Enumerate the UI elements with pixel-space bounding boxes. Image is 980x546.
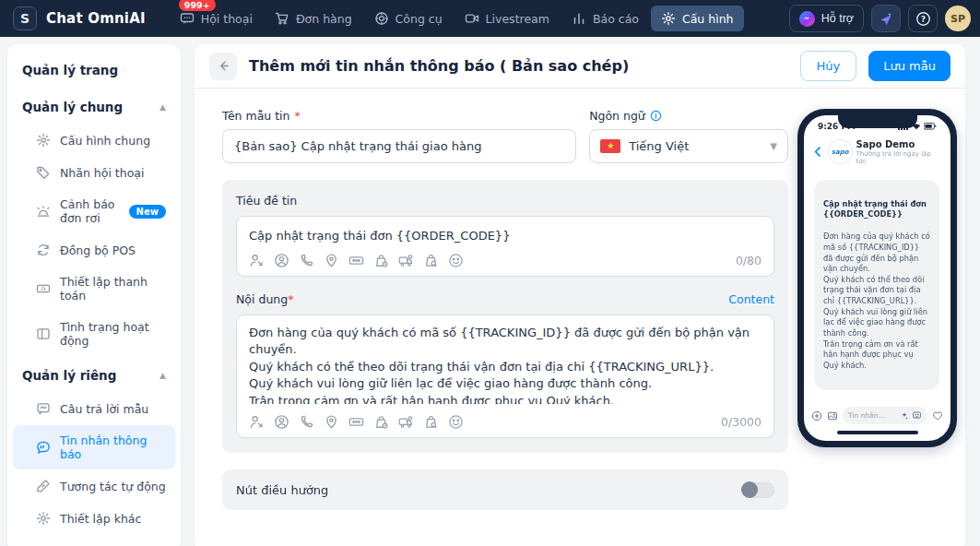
message-editor-panel: Tiêu đề tin 0/80: [222, 180, 788, 453]
tracking-icon[interactable]: [423, 414, 439, 430]
order-status-icon[interactable]: [373, 253, 389, 268]
help-button[interactable]: ?: [908, 5, 938, 32]
page-header: Thêm mới tin nhắn thông báo ( Bản sao ch…: [195, 44, 965, 89]
page-title: Thêm mới tin nhắn thông báo ( Bản sao ch…: [249, 57, 788, 75]
sidebar-item-label: Cấu hình chung: [60, 134, 150, 148]
template-form: Tên mẫu tin* Ngôn ngữ ★ Tiếng Việt ▼: [222, 109, 788, 510]
home-indicator: [837, 431, 918, 434]
emoji-icon[interactable]: [448, 253, 464, 268]
message-input[interactable]: Tin nhắn...: [843, 407, 927, 424]
new-badge: New: [129, 205, 166, 219]
nav-item-conversations[interactable]: 999+ Hội thoại: [170, 6, 263, 31]
sidebar-item-auto-interaction[interactable]: Tương tác tự động: [13, 470, 175, 502]
nav-item-orders[interactable]: Đơn hàng: [265, 6, 362, 31]
template-name-label: Tên mẫu tin*: [222, 109, 576, 123]
emoji-icon[interactable]: [448, 414, 464, 430]
sidebar-item-payment-settings[interactable]: Thiết lập thanh toán: [13, 267, 175, 311]
brand-name: Chat OmniAI: [46, 10, 146, 27]
video-camera-icon: [465, 11, 479, 26]
chevron-up-icon: ▲: [159, 102, 166, 112]
sidebar-item-label: Tương tác tự động: [60, 480, 166, 493]
sidebar-item-other-settings[interactable]: Thiết lập khác: [13, 503, 175, 534]
plus-circle-icon[interactable]: [811, 410, 822, 421]
shipping-icon[interactable]: [398, 414, 414, 430]
battery-icon: [924, 123, 937, 130]
location-icon[interactable]: [324, 253, 339, 268]
sidebar-group-general[interactable]: Quản lý chung ▲: [7, 89, 181, 124]
nav-item-livestream[interactable]: Livestream: [455, 6, 560, 31]
content-link[interactable]: Content: [728, 292, 774, 306]
sidebar-item-dropped-order-alert[interactable]: Cảnh báo đơn rơi New: [13, 189, 175, 233]
sidebar-item-page-management[interactable]: Quản lý trang: [7, 52, 181, 89]
chat-quote-icon: [36, 440, 51, 455]
language-select[interactable]: ★ Tiếng Việt ▼: [589, 129, 788, 163]
sidebar-item-label: Đồng bộ POS: [60, 243, 136, 257]
sidebar-item-pos-sync[interactable]: Đồng bộ POS: [13, 234, 175, 266]
support-button[interactable]: Hỗ trợ: [789, 5, 864, 32]
back-chevron-icon[interactable]: [812, 146, 824, 158]
image-icon[interactable]: [827, 410, 838, 421]
topbar: S Chat OmniAI 999+ Hội thoại Đơn hàng Cô…: [0, 0, 980, 37]
nav-item-reports[interactable]: Báo cáo: [561, 6, 649, 31]
navigation-button-toggle[interactable]: [742, 482, 774, 498]
share-contact-icon[interactable]: [249, 253, 265, 268]
sidebar-item-notification-messages[interactable]: Tin nhắn thông báo: [13, 425, 175, 469]
customer-icon[interactable]: [274, 253, 289, 268]
share-contact-icon[interactable]: [249, 414, 265, 430]
phone-preview: 9:26 PM sapo Sapo Demo Thường trả lời ng…: [797, 109, 957, 447]
magic-icon[interactable]: [900, 411, 909, 421]
title-section-label: Tiêu đề tin: [236, 194, 774, 208]
message-title-input[interactable]: [249, 227, 762, 246]
phone-icon[interactable]: [299, 253, 314, 268]
banknote-icon: [36, 281, 51, 296]
tag-icon: [36, 165, 51, 180]
nav-label: Công cụ: [396, 12, 443, 26]
tracking-icon[interactable]: [423, 253, 439, 268]
sapo-logo: sapo: [829, 140, 852, 163]
heart-icon[interactable]: [932, 410, 943, 421]
customer-icon[interactable]: [274, 414, 289, 430]
template-name-input[interactable]: [222, 129, 576, 163]
toggle-knob: [741, 481, 758, 498]
money-icon[interactable]: [348, 414, 364, 430]
back-button[interactable]: [209, 53, 237, 80]
app-logo-icon: S: [13, 6, 37, 30]
unread-count-badge: 999+: [179, 0, 216, 11]
location-icon[interactable]: [324, 414, 339, 430]
sidebar-item-general-config[interactable]: Cấu hình chung: [13, 125, 175, 156]
sidebar-item-label: Tin nhắn thông báo: [60, 433, 166, 461]
phone-input-bar: Tin nhắn...: [804, 402, 950, 427]
content-char-counter: 0/3000: [721, 415, 762, 429]
send-tag-icon: [36, 479, 51, 493]
sidebar-item-label: Nhãn hội thoại: [60, 166, 144, 180]
user-avatar[interactable]: SP: [945, 6, 971, 31]
assistant-button[interactable]: [871, 5, 901, 32]
info-icon: [650, 110, 662, 122]
required-asterisk: *: [295, 109, 301, 123]
sidebar-item-permissions[interactable]: Phân quyền: [7, 535, 181, 546]
phone-icon[interactable]: [299, 414, 314, 430]
sidebar-item-reply-templates[interactable]: Câu trả lời mẫu: [13, 393, 175, 424]
save-template-button[interactable]: Lưu mẫu: [868, 51, 950, 81]
gear-icon: [661, 11, 676, 26]
sidebar-group-private[interactable]: Quản lý riêng ▲: [7, 357, 181, 392]
nav-item-settings[interactable]: Cấu hình: [651, 6, 744, 31]
sidebar-item-activity-status[interactable]: Tình trạng hoạt động: [13, 312, 175, 356]
sidebar-item-conversation-labels[interactable]: Nhãn hội thoại: [13, 157, 175, 188]
title-composer: 0/80: [236, 216, 774, 277]
chat-wave-icon: [36, 401, 51, 416]
group-label: Quản lý riêng: [22, 368, 116, 383]
sync-icon: [36, 243, 51, 257]
money-icon[interactable]: [348, 253, 364, 268]
nav-label: Đơn hàng: [296, 12, 352, 26]
nav-item-tools[interactable]: Công cụ: [364, 6, 453, 31]
brand[interactable]: S Chat OmniAI: [9, 6, 146, 30]
order-status-icon[interactable]: [373, 414, 389, 430]
nav-label: Hội thoại: [201, 12, 253, 26]
nav-label: Báo cáo: [593, 12, 639, 26]
shipping-icon[interactable]: [398, 253, 414, 268]
message-content-textarea[interactable]: Đơn hàng của quý khách có mã số {{TRACKI…: [249, 325, 762, 404]
cancel-button[interactable]: Hủy: [800, 51, 857, 81]
gear-icon: [36, 511, 51, 526]
sticker-icon[interactable]: [912, 410, 922, 421]
